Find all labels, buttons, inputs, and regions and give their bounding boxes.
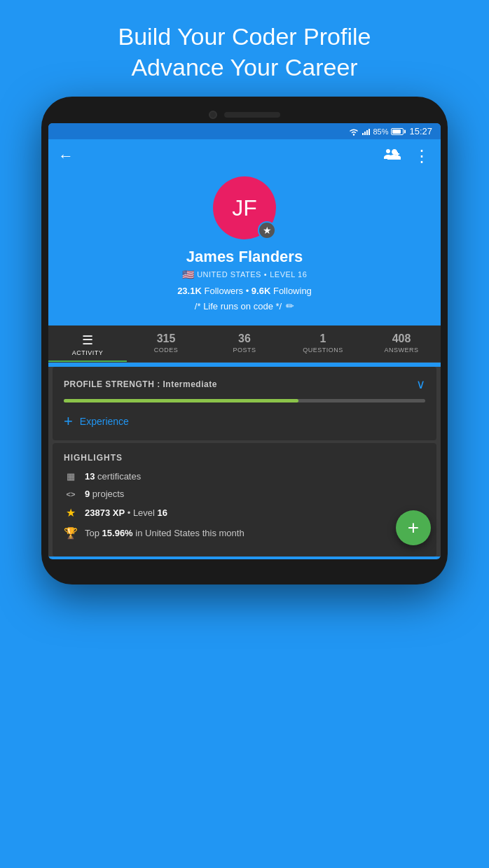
- xp-text: 23873 XP • Level 16: [85, 507, 167, 518]
- strength-bar-bg: [64, 399, 425, 402]
- more-menu-icon[interactable]: ⋮: [413, 146, 431, 166]
- phone-top: [48, 111, 441, 119]
- speaker: [224, 112, 280, 118]
- phone-frame: 85% 15:27 ←: [41, 97, 448, 584]
- highlight-item-xp: ★ 23873 XP • Level 16: [64, 506, 425, 519]
- strength-title: PROFILE STRENGTH : Intermediate: [64, 379, 217, 389]
- profile-strength-section: PROFILE STRENGTH : Intermediate ∨ + Expe…: [53, 367, 436, 440]
- back-button[interactable]: ←: [58, 147, 74, 165]
- certificate-text: 13 certificates: [85, 471, 141, 482]
- tab-posts-number: 36: [238, 332, 251, 345]
- rank-text: Top 15.96% in United States this month: [85, 528, 245, 538]
- app-bar-actions: ⋮: [384, 146, 431, 166]
- signal-icon: [362, 128, 370, 135]
- phone-screen: 85% 15:27 ←: [48, 123, 441, 559]
- avatar-container: JF ★: [213, 176, 276, 239]
- level: LEVEL 16: [270, 270, 307, 279]
- tab-questions-label: QUESTIONS: [303, 346, 343, 354]
- camera: [209, 111, 217, 119]
- trophy-icon: 🏆: [64, 526, 78, 540]
- tab-questions-number: 1: [320, 332, 326, 345]
- battery-icon: [391, 128, 404, 135]
- fab-plus-icon: +: [408, 517, 419, 539]
- highlight-item-certificates: ▦ 13 certificates: [64, 471, 425, 482]
- highlights-title: HIGHLIGHTS: [64, 453, 425, 463]
- tab-questions[interactable]: 1 QUESTIONS: [284, 326, 362, 362]
- phone-bottom: [48, 559, 441, 570]
- profile-meta: 🇺🇸 UNITED STATES • LEVEL 16: [182, 269, 308, 280]
- bio: /* Life runs on code */ ✏: [195, 300, 294, 312]
- battery-percent: 85%: [373, 127, 388, 136]
- highlights-section: HIGHLIGHTS ▦ 13 certificates <> 9 projec…: [53, 443, 436, 556]
- plus-icon: +: [64, 412, 73, 430]
- chevron-down-icon[interactable]: ∨: [416, 377, 425, 392]
- tab-posts-label: POSTS: [233, 346, 256, 354]
- page-header: Build Your Coder Profile Advance Your Ca…: [0, 0, 489, 97]
- follow-stats: 23.1K Followers • 9.6K Following: [177, 286, 312, 296]
- tab-codes[interactable]: 315 CODES: [127, 326, 205, 362]
- profile-section: JF ★ James Flanders 🇺🇸 UNITED STATES • L…: [48, 173, 441, 326]
- projects-text: 9 projects: [85, 489, 124, 499]
- experience-label: Experience: [80, 416, 129, 427]
- app-bar: ← ⋮: [48, 139, 441, 173]
- tab-posts[interactable]: 36 POSTS: [205, 326, 284, 362]
- certificate-icon: ▦: [64, 471, 78, 482]
- activity-icon: ☰: [82, 332, 93, 348]
- profile-name: James Flanders: [186, 248, 303, 266]
- tab-bar: ☰ ACTIVITY 315 CODES 36 POSTS 1 QUESTION…: [48, 326, 441, 363]
- page-background: Build Your Coder Profile Advance Your Ca…: [0, 0, 489, 868]
- tab-answers-label: ANSWERS: [384, 346, 418, 354]
- headline-line1: Build Your Coder Profile: [118, 23, 371, 50]
- headline-line2: Advance Your Career: [131, 54, 357, 80]
- star-badge: ★: [258, 221, 276, 239]
- edit-icon[interactable]: ✏: [286, 300, 294, 312]
- add-friend-icon[interactable]: [384, 148, 401, 165]
- tab-answers-number: 408: [392, 332, 411, 345]
- content-area: PROFILE STRENGTH : Intermediate ∨ + Expe…: [48, 367, 441, 556]
- wifi-icon: [348, 127, 359, 136]
- tab-activity-label: ACTIVITY: [72, 349, 104, 356]
- country: UNITED STATES: [197, 270, 261, 279]
- highlight-item-projects: <> 9 projects: [64, 489, 425, 499]
- code-icon: <>: [64, 490, 78, 498]
- flag-emoji: 🇺🇸: [182, 269, 195, 280]
- status-bar: 85% 15:27: [48, 123, 441, 139]
- strength-bar-fill: [64, 399, 298, 402]
- svg-point-0: [353, 134, 354, 135]
- tab-codes-number: 315: [157, 332, 176, 345]
- tab-answers[interactable]: 408 ANSWERS: [362, 326, 441, 362]
- add-experience-button[interactable]: + Experience: [64, 412, 425, 430]
- clock: 15:27: [409, 126, 432, 136]
- tab-activity[interactable]: ☰ ACTIVITY: [48, 326, 127, 362]
- star-icon: ★: [64, 506, 78, 519]
- highlight-item-rank: 🏆 Top 15.96% in United States this month: [64, 526, 425, 540]
- strength-header: PROFILE STRENGTH : Intermediate ∨: [64, 377, 425, 392]
- tab-codes-label: CODES: [154, 346, 179, 354]
